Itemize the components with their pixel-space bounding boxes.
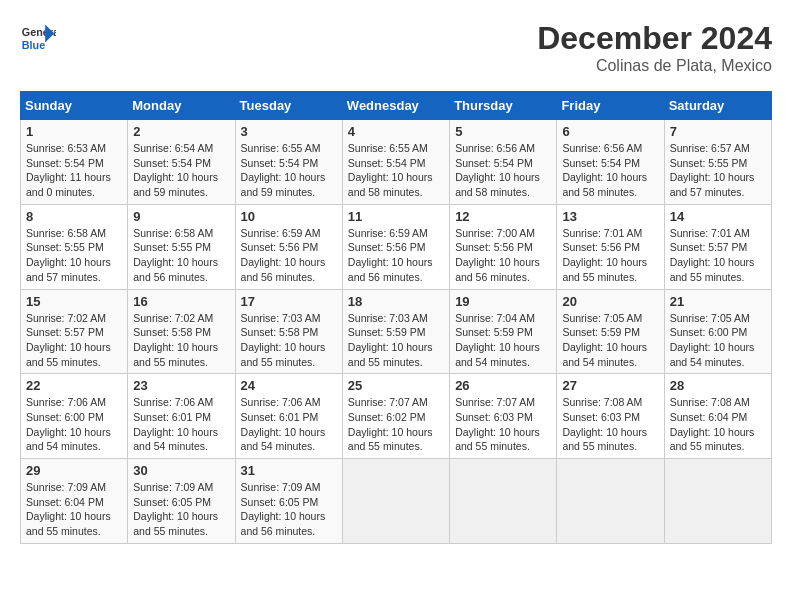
day-info: Sunrise: 7:09 AMSunset: 6:04 PMDaylight:…	[26, 481, 111, 537]
table-row: 24Sunrise: 7:06 AMSunset: 6:01 PMDayligh…	[235, 374, 342, 459]
month-title: December 2024	[537, 20, 772, 57]
day-info: Sunrise: 7:06 AMSunset: 6:01 PMDaylight:…	[241, 396, 326, 452]
week-row-5: 29Sunrise: 7:09 AMSunset: 6:04 PMDayligh…	[21, 459, 772, 544]
day-number: 12	[455, 209, 551, 224]
day-number: 6	[562, 124, 658, 139]
table-row: 5Sunrise: 6:56 AMSunset: 5:54 PMDaylight…	[450, 120, 557, 205]
day-info: Sunrise: 7:02 AMSunset: 5:58 PMDaylight:…	[133, 312, 218, 368]
day-info: Sunrise: 7:00 AMSunset: 5:56 PMDaylight:…	[455, 227, 540, 283]
day-number: 13	[562, 209, 658, 224]
table-row: 6Sunrise: 6:56 AMSunset: 5:54 PMDaylight…	[557, 120, 664, 205]
week-row-4: 22Sunrise: 7:06 AMSunset: 6:00 PMDayligh…	[21, 374, 772, 459]
day-info: Sunrise: 7:09 AMSunset: 6:05 PMDaylight:…	[133, 481, 218, 537]
day-info: Sunrise: 6:59 AMSunset: 5:56 PMDaylight:…	[348, 227, 433, 283]
table-row: 8Sunrise: 6:58 AMSunset: 5:55 PMDaylight…	[21, 204, 128, 289]
day-number: 17	[241, 294, 337, 309]
table-row: 20Sunrise: 7:05 AMSunset: 5:59 PMDayligh…	[557, 289, 664, 374]
day-number: 11	[348, 209, 444, 224]
day-info: Sunrise: 6:55 AMSunset: 5:54 PMDaylight:…	[241, 142, 326, 198]
table-row	[557, 459, 664, 544]
day-number: 25	[348, 378, 444, 393]
day-number: 21	[670, 294, 766, 309]
day-number: 3	[241, 124, 337, 139]
day-info: Sunrise: 7:04 AMSunset: 5:59 PMDaylight:…	[455, 312, 540, 368]
day-info: Sunrise: 6:58 AMSunset: 5:55 PMDaylight:…	[133, 227, 218, 283]
table-row: 29Sunrise: 7:09 AMSunset: 6:04 PMDayligh…	[21, 459, 128, 544]
day-number: 28	[670, 378, 766, 393]
table-row: 7Sunrise: 6:57 AMSunset: 5:55 PMDaylight…	[664, 120, 771, 205]
table-row: 22Sunrise: 7:06 AMSunset: 6:00 PMDayligh…	[21, 374, 128, 459]
week-row-1: 1Sunrise: 6:53 AMSunset: 5:54 PMDaylight…	[21, 120, 772, 205]
day-info: Sunrise: 6:58 AMSunset: 5:55 PMDaylight:…	[26, 227, 111, 283]
day-number: 24	[241, 378, 337, 393]
table-row: 2Sunrise: 6:54 AMSunset: 5:54 PMDaylight…	[128, 120, 235, 205]
day-number: 4	[348, 124, 444, 139]
day-info: Sunrise: 7:06 AMSunset: 6:01 PMDaylight:…	[133, 396, 218, 452]
table-row: 31Sunrise: 7:09 AMSunset: 6:05 PMDayligh…	[235, 459, 342, 544]
day-number: 15	[26, 294, 122, 309]
table-row: 11Sunrise: 6:59 AMSunset: 5:56 PMDayligh…	[342, 204, 449, 289]
day-number: 8	[26, 209, 122, 224]
table-row: 25Sunrise: 7:07 AMSunset: 6:02 PMDayligh…	[342, 374, 449, 459]
day-number: 2	[133, 124, 229, 139]
table-row: 10Sunrise: 6:59 AMSunset: 5:56 PMDayligh…	[235, 204, 342, 289]
table-row: 26Sunrise: 7:07 AMSunset: 6:03 PMDayligh…	[450, 374, 557, 459]
table-row: 18Sunrise: 7:03 AMSunset: 5:59 PMDayligh…	[342, 289, 449, 374]
day-info: Sunrise: 7:02 AMSunset: 5:57 PMDaylight:…	[26, 312, 111, 368]
table-row: 3Sunrise: 6:55 AMSunset: 5:54 PMDaylight…	[235, 120, 342, 205]
table-row: 30Sunrise: 7:09 AMSunset: 6:05 PMDayligh…	[128, 459, 235, 544]
table-row	[450, 459, 557, 544]
day-info: Sunrise: 7:08 AMSunset: 6:03 PMDaylight:…	[562, 396, 647, 452]
day-info: Sunrise: 7:08 AMSunset: 6:04 PMDaylight:…	[670, 396, 755, 452]
table-row: 14Sunrise: 7:01 AMSunset: 5:57 PMDayligh…	[664, 204, 771, 289]
table-row: 15Sunrise: 7:02 AMSunset: 5:57 PMDayligh…	[21, 289, 128, 374]
day-header-thursday: Thursday	[450, 92, 557, 120]
day-number: 7	[670, 124, 766, 139]
table-row	[664, 459, 771, 544]
day-number: 19	[455, 294, 551, 309]
day-info: Sunrise: 7:03 AMSunset: 5:58 PMDaylight:…	[241, 312, 326, 368]
day-number: 16	[133, 294, 229, 309]
day-info: Sunrise: 7:05 AMSunset: 5:59 PMDaylight:…	[562, 312, 647, 368]
day-number: 22	[26, 378, 122, 393]
day-number: 29	[26, 463, 122, 478]
table-row: 9Sunrise: 6:58 AMSunset: 5:55 PMDaylight…	[128, 204, 235, 289]
day-info: Sunrise: 6:56 AMSunset: 5:54 PMDaylight:…	[455, 142, 540, 198]
day-info: Sunrise: 7:07 AMSunset: 6:03 PMDaylight:…	[455, 396, 540, 452]
day-info: Sunrise: 6:57 AMSunset: 5:55 PMDaylight:…	[670, 142, 755, 198]
day-info: Sunrise: 6:56 AMSunset: 5:54 PMDaylight:…	[562, 142, 647, 198]
day-info: Sunrise: 7:07 AMSunset: 6:02 PMDaylight:…	[348, 396, 433, 452]
day-info: Sunrise: 7:09 AMSunset: 6:05 PMDaylight:…	[241, 481, 326, 537]
day-number: 1	[26, 124, 122, 139]
table-row: 28Sunrise: 7:08 AMSunset: 6:04 PMDayligh…	[664, 374, 771, 459]
day-header-saturday: Saturday	[664, 92, 771, 120]
location-subtitle: Colinas de Plata, Mexico	[537, 57, 772, 75]
day-number: 14	[670, 209, 766, 224]
day-info: Sunrise: 6:54 AMSunset: 5:54 PMDaylight:…	[133, 142, 218, 198]
day-number: 30	[133, 463, 229, 478]
day-number: 31	[241, 463, 337, 478]
day-headers-row: SundayMondayTuesdayWednesdayThursdayFrid…	[21, 92, 772, 120]
day-info: Sunrise: 7:01 AMSunset: 5:56 PMDaylight:…	[562, 227, 647, 283]
page-header: General Blue December 2024 Colinas de Pl…	[20, 20, 772, 75]
day-info: Sunrise: 6:59 AMSunset: 5:56 PMDaylight:…	[241, 227, 326, 283]
table-row	[342, 459, 449, 544]
table-row: 12Sunrise: 7:00 AMSunset: 5:56 PMDayligh…	[450, 204, 557, 289]
table-row: 4Sunrise: 6:55 AMSunset: 5:54 PMDaylight…	[342, 120, 449, 205]
day-info: Sunrise: 6:55 AMSunset: 5:54 PMDaylight:…	[348, 142, 433, 198]
day-header-sunday: Sunday	[21, 92, 128, 120]
table-row: 21Sunrise: 7:05 AMSunset: 6:00 PMDayligh…	[664, 289, 771, 374]
table-row: 19Sunrise: 7:04 AMSunset: 5:59 PMDayligh…	[450, 289, 557, 374]
day-number: 10	[241, 209, 337, 224]
day-header-tuesday: Tuesday	[235, 92, 342, 120]
week-row-2: 8Sunrise: 6:58 AMSunset: 5:55 PMDaylight…	[21, 204, 772, 289]
day-number: 27	[562, 378, 658, 393]
day-number: 23	[133, 378, 229, 393]
day-info: Sunrise: 7:03 AMSunset: 5:59 PMDaylight:…	[348, 312, 433, 368]
day-number: 20	[562, 294, 658, 309]
logo-icon: General Blue	[20, 20, 56, 56]
svg-text:Blue: Blue	[22, 39, 45, 51]
table-row: 27Sunrise: 7:08 AMSunset: 6:03 PMDayligh…	[557, 374, 664, 459]
day-info: Sunrise: 7:06 AMSunset: 6:00 PMDaylight:…	[26, 396, 111, 452]
day-info: Sunrise: 7:01 AMSunset: 5:57 PMDaylight:…	[670, 227, 755, 283]
